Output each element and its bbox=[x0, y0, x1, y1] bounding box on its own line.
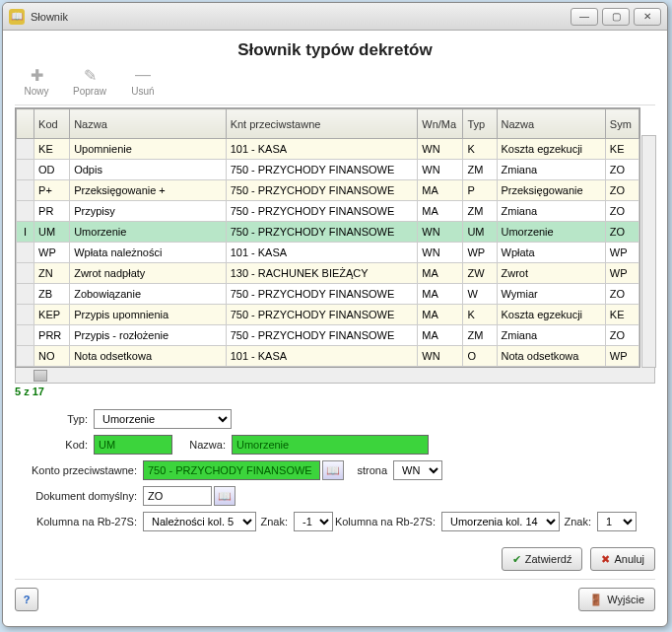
cell-nazwa2: Wpłata bbox=[497, 243, 605, 263]
table-row[interactable]: P+Przeksięgowanie +750 - PRZYCHODY FINAN… bbox=[17, 180, 639, 201]
table-row[interactable]: ZNZwrot nadpłaty130 - RACHUNEK BIEŻĄCYMA… bbox=[17, 263, 639, 284]
kod-field[interactable]: UM bbox=[94, 435, 172, 455]
cell-nazwa: Przypisy bbox=[70, 201, 227, 222]
record-counter: 5 z 17 bbox=[15, 384, 655, 405]
col-kod[interactable]: Kod bbox=[34, 109, 70, 139]
table-row[interactable]: PRRPrzypis - rozłożenie750 - PRZYCHODY F… bbox=[17, 325, 639, 346]
help-button[interactable]: ? bbox=[15, 588, 38, 611]
detail-form: Typ: Umorzenie Kod: UM Nazwa: Umorzenie … bbox=[15, 405, 655, 537]
vertical-scrollbar[interactable] bbox=[641, 135, 656, 368]
cell-kod: UM bbox=[34, 222, 70, 243]
znak-1-select[interactable]: -1 bbox=[294, 512, 333, 531]
cell-wnma: MA bbox=[418, 305, 463, 325]
cell-nazwa: Umorzenie bbox=[70, 222, 227, 243]
cell-sym: ZO bbox=[605, 180, 638, 201]
cell-nazwa: Przeksięgowanie + bbox=[70, 180, 227, 201]
col-typ[interactable]: Typ bbox=[463, 109, 497, 139]
nazwa-field[interactable]: Umorzenie bbox=[232, 435, 429, 455]
table-row[interactable]: IUMUmorzenie750 - PRZYCHODY FINANSOWEWNU… bbox=[17, 222, 639, 243]
rb27s-1-select[interactable]: Należności kol. 5 bbox=[143, 512, 256, 531]
cell-sym: WP bbox=[605, 346, 638, 367]
cell-nazwa: Przypis - rozłożenie bbox=[70, 325, 227, 346]
cell-wnma: MA bbox=[418, 201, 463, 222]
col-nazwa[interactable]: Nazwa bbox=[70, 109, 227, 139]
book-icon: 📖 bbox=[218, 490, 232, 503]
col-nazwa2[interactable]: Nazwa bbox=[497, 109, 605, 139]
cell-knt: 101 - KASA bbox=[226, 346, 418, 367]
titlebar[interactable]: 📖 Słownik — ▢ ✕ bbox=[3, 3, 667, 31]
minimize-button[interactable]: — bbox=[571, 8, 598, 26]
row-indicator bbox=[17, 180, 34, 201]
cell-wnma: MA bbox=[418, 263, 463, 284]
row-indicator bbox=[17, 346, 34, 367]
pencil-icon: ✎ bbox=[84, 66, 97, 84]
typ-select[interactable]: Umorzenie bbox=[94, 409, 232, 429]
cancel-button[interactable]: ✖Anuluj bbox=[590, 547, 655, 571]
cell-kod: WP bbox=[34, 243, 70, 263]
footer: ? 🚪Wyjście bbox=[15, 579, 655, 611]
strona-select[interactable]: WN bbox=[393, 460, 442, 480]
dokument-field[interactable] bbox=[143, 486, 212, 506]
label-kod: Kod: bbox=[15, 439, 94, 451]
cell-knt: 101 - KASA bbox=[226, 139, 418, 160]
table-row[interactable]: ODOdpis750 - PRZYCHODY FINANSOWEWNZMZmia… bbox=[17, 160, 639, 180]
scroll-thumb[interactable] bbox=[34, 370, 47, 382]
book-icon: 📖 bbox=[326, 464, 340, 477]
label-konto: Konto przeciwstawne: bbox=[15, 464, 143, 476]
cell-typ: O bbox=[463, 346, 497, 367]
label-nazwa: Nazwa: bbox=[172, 439, 232, 451]
cell-sym: ZO bbox=[605, 284, 638, 305]
cell-kod: KEP bbox=[34, 305, 70, 325]
table-row[interactable]: PRPrzypisy750 - PRZYCHODY FINANSOWEMAZMZ… bbox=[17, 201, 639, 222]
cell-nazwa2: Nota odsetkowa bbox=[497, 346, 605, 367]
cell-nazwa2: Umorzenie bbox=[497, 222, 605, 243]
close-button[interactable]: ✕ bbox=[634, 8, 661, 26]
cell-nazwa: Wpłata należności bbox=[70, 243, 227, 263]
data-grid[interactable]: Kod Nazwa Knt przeciwstawne Wn/Ma Typ Na… bbox=[15, 107, 640, 368]
table-row[interactable]: ZBZobowiązanie750 - PRZYCHODY FINANSOWEM… bbox=[17, 284, 639, 305]
cell-nazwa2: Zmiana bbox=[497, 325, 605, 346]
table-row[interactable]: KEPPrzypis upomnienia750 - PRZYCHODY FIN… bbox=[17, 305, 639, 325]
form-buttons: ✔Zatwierdź ✖Anuluj bbox=[15, 547, 655, 571]
konto-field[interactable]: 750 - PRZYCHODY FINANSOWE bbox=[143, 460, 320, 480]
label-dokument: Dokument domyślny: bbox=[15, 490, 143, 502]
plus-icon: ✚ bbox=[31, 66, 43, 84]
new-button[interactable]: ✚ Nowy bbox=[17, 66, 56, 97]
delete-button[interactable]: — Usuń bbox=[123, 66, 163, 97]
col-sym[interactable]: Sym bbox=[605, 109, 638, 139]
table-row[interactable]: NONota odsetkowa101 - KASAWNONota odsetk… bbox=[17, 346, 639, 367]
rowheader-col bbox=[17, 109, 34, 139]
dokument-lookup-button[interactable]: 📖 bbox=[214, 486, 235, 506]
cell-knt: 750 - PRZYCHODY FINANSOWE bbox=[226, 222, 418, 243]
page-title: Słownik typów dekretów bbox=[15, 38, 655, 66]
cell-knt: 750 - PRZYCHODY FINANSOWE bbox=[226, 180, 418, 201]
cell-kod: ZN bbox=[34, 263, 70, 284]
cell-typ: ZM bbox=[463, 201, 497, 222]
cell-knt: 750 - PRZYCHODY FINANSOWE bbox=[226, 284, 418, 305]
znak-2-select[interactable]: 1 bbox=[597, 512, 637, 531]
maximize-button[interactable]: ▢ bbox=[602, 8, 630, 26]
col-wnma[interactable]: Wn/Ma bbox=[418, 109, 463, 139]
col-knt[interactable]: Knt przeciwstawne bbox=[226, 109, 418, 139]
cell-nazwa2: Wymiar bbox=[497, 284, 605, 305]
confirm-button[interactable]: ✔Zatwierdź bbox=[502, 547, 583, 571]
cell-sym: KE bbox=[605, 139, 638, 160]
table-row[interactable]: KEUpomnienie101 - KASAWNKKoszta egzekucj… bbox=[17, 139, 639, 160]
cell-typ: P bbox=[463, 180, 497, 201]
cell-knt: 130 - RACHUNEK BIEŻĄCY bbox=[226, 263, 418, 284]
konto-lookup-button[interactable]: 📖 bbox=[322, 460, 344, 480]
cell-knt: 750 - PRZYCHODY FINANSOWE bbox=[226, 160, 418, 180]
exit-button[interactable]: 🚪Wyjście bbox=[578, 588, 655, 611]
cell-nazwa2: Przeksięgowanie bbox=[497, 180, 605, 201]
minus-icon: — bbox=[135, 66, 151, 84]
edit-button[interactable]: ✎ Popraw bbox=[70, 66, 109, 97]
horizontal-scrollbar[interactable] bbox=[15, 368, 655, 384]
table-row[interactable]: WPWpłata należności101 - KASAWNWPWpłataW… bbox=[17, 243, 639, 263]
row-indicator bbox=[17, 284, 34, 305]
cell-nazwa: Nota odsetkowa bbox=[70, 346, 227, 367]
cell-wnma: WN bbox=[418, 160, 463, 180]
cell-typ: K bbox=[463, 139, 497, 160]
cell-kod: PR bbox=[34, 201, 70, 222]
rb27s-2-select[interactable]: Umorzenia kol. 14 bbox=[441, 512, 560, 531]
cell-nazwa: Upomnienie bbox=[70, 139, 227, 160]
